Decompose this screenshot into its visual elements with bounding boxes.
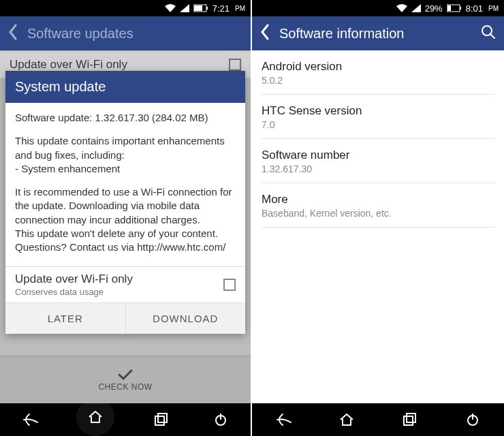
clock-time: 8:01	[466, 3, 483, 14]
header-left[interactable]: Software updates	[0, 16, 251, 50]
battery-icon	[447, 4, 462, 12]
phone-right: 29% 8:01 PM Software information Android…	[252, 0, 504, 436]
header-right: Software information	[252, 16, 504, 50]
home-icon	[339, 413, 354, 426]
svg-rect-8	[460, 7, 461, 10]
nav-power-button[interactable]	[207, 406, 234, 433]
nav-recent-button[interactable]	[147, 406, 174, 433]
battery-icon	[193, 4, 208, 12]
signal-icon	[411, 4, 421, 12]
nav-home-button[interactable]	[76, 398, 114, 436]
info-item-more[interactable]: More Baseband, Kernel version, etc.	[262, 183, 494, 228]
status-bar-left: 7:21 PM	[0, 0, 251, 16]
clock-ampm: PM	[235, 5, 245, 12]
back-arrow-icon	[21, 413, 39, 426]
recent-apps-icon	[403, 413, 416, 426]
search-icon	[481, 25, 496, 40]
battery-percent: 29%	[425, 3, 443, 14]
info-label: Android version	[262, 60, 494, 74]
back-button[interactable]	[260, 24, 270, 43]
nav-back-button[interactable]	[16, 406, 44, 433]
nav-bar-right	[252, 403, 504, 436]
nav-bar-left	[0, 403, 251, 436]
svg-rect-9	[447, 5, 451, 11]
clock-ampm: PM	[488, 5, 499, 12]
page-title: Software updates	[27, 26, 242, 42]
dialog-line3: It is recommended to use a Wi-Fi connect…	[15, 185, 236, 254]
nav-home-button[interactable]	[333, 406, 360, 433]
wifi-only-subtitle: Conserves data usage	[15, 287, 133, 298]
nav-back-button[interactable]	[270, 406, 297, 433]
clock-time: 7:21	[212, 3, 230, 14]
download-button[interactable]: DOWNLOAD	[126, 303, 246, 334]
phone-left: 7:21 PM Software updates Update over Wi-…	[0, 0, 252, 436]
wifi-only-checkbox[interactable]	[223, 279, 236, 291]
svg-line-11	[490, 34, 494, 38]
info-value: 5.0.2	[262, 75, 494, 86]
info-label: Software number	[262, 149, 494, 162]
dialog-line2: This update contains important enhanceme…	[15, 134, 236, 176]
info-item-software-number[interactable]: Software number 1.32.617.30	[262, 139, 494, 183]
info-list: Android version 5.0.2 HTC Sense version …	[252, 50, 504, 403]
back-icon[interactable]	[8, 24, 18, 43]
recent-apps-icon	[154, 413, 168, 426]
info-value: 1.32.617.30	[262, 164, 494, 174]
svg-rect-1	[206, 7, 208, 10]
nav-power-button[interactable]	[459, 406, 486, 433]
back-arrow-icon	[274, 413, 292, 426]
system-update-dialog: System update Software update: 1.32.617.…	[5, 71, 245, 334]
info-value: Baseband, Kernel version, etc.	[262, 208, 494, 219]
svg-rect-3	[155, 416, 164, 425]
page-title: Software information	[279, 26, 471, 42]
svg-rect-12	[404, 416, 413, 425]
home-icon	[88, 410, 103, 424]
info-value: 7.0	[262, 119, 494, 130]
status-bar-right: 29% 8:01 PM	[252, 0, 504, 16]
svg-rect-13	[407, 414, 415, 422]
power-icon	[466, 413, 479, 426]
wifi-only-title: Update over Wi-Fi only	[15, 272, 133, 286]
nav-recent-button[interactable]	[396, 406, 423, 433]
wifi-icon	[396, 4, 407, 12]
signal-icon	[180, 4, 189, 12]
info-label: HTC Sense version	[262, 104, 494, 118]
wifi-only-row[interactable]: Update over Wi-Fi only Conserves data us…	[5, 267, 245, 302]
dialog-line1: Software update: 1.32.617.30 (284.02 MB)	[15, 111, 236, 125]
dialog-title: System update	[5, 71, 245, 103]
power-icon	[214, 413, 227, 426]
search-button[interactable]	[481, 25, 496, 42]
svg-rect-2	[194, 5, 202, 11]
info-label: More	[262, 193, 494, 206]
wifi-icon	[165, 4, 176, 12]
info-item-sense-version[interactable]: HTC Sense version 7.0	[262, 95, 494, 139]
svg-rect-4	[158, 414, 167, 422]
info-item-android-version[interactable]: Android version 5.0.2	[262, 50, 494, 95]
later-button[interactable]: LATER	[5, 303, 126, 334]
